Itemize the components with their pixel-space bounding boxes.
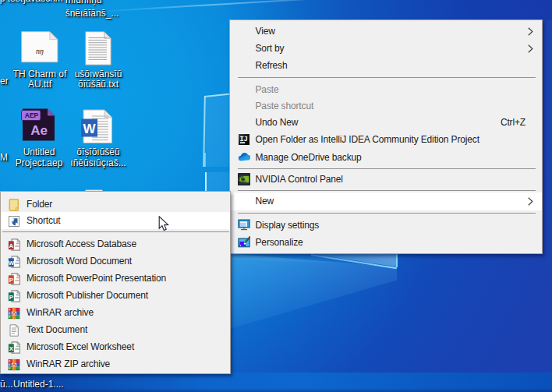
svg-text:P: P: [9, 277, 13, 284]
svg-text:P: P: [9, 294, 13, 301]
svg-text:W: W: [83, 122, 96, 136]
svg-text:A: A: [9, 242, 14, 249]
svg-text:Ae: Ae: [30, 123, 48, 138]
svg-text:IJ: IJ: [239, 135, 247, 143]
svg-text:AEP: AEP: [25, 111, 39, 119]
svg-text:W: W: [9, 260, 15, 267]
svg-text:nŋ: nŋ: [36, 47, 44, 55]
